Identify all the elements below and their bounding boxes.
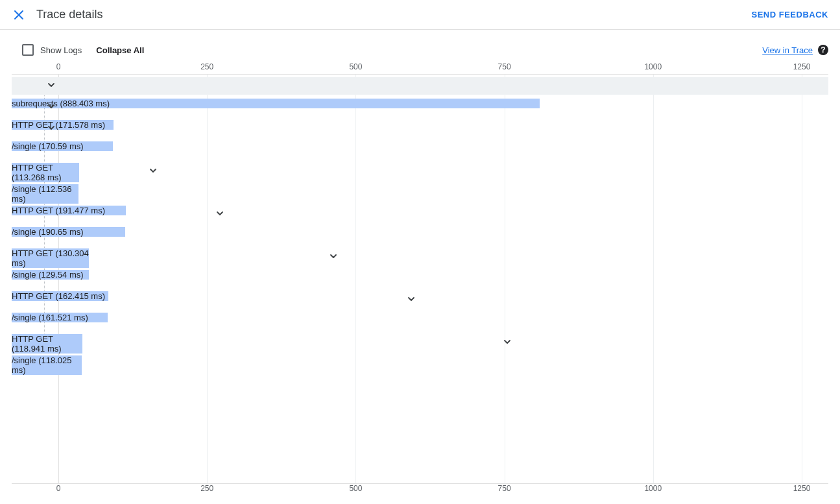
- chevron-down-icon[interactable]: [503, 337, 513, 348]
- span-row: /single (190.65 ms): [12, 227, 828, 245]
- axis-tick: 1000: [644, 62, 662, 71]
- span-bar[interactable]: HTTP GET (162.415 ms): [12, 291, 108, 301]
- span-bar[interactable]: HTTP GET (118.941 ms): [12, 334, 82, 354]
- axis-tick: 750: [498, 484, 511, 493]
- span-row: HTTP GET (162.415 ms): [12, 291, 828, 309]
- span-bar[interactable]: /single (161.521 ms): [12, 313, 108, 322]
- send-feedback-button[interactable]: SEND FEEDBACK: [752, 10, 828, 19]
- span-bar[interactable]: /single (129.54 ms): [12, 270, 89, 280]
- help-icon[interactable]: ?: [818, 45, 828, 55]
- span-bar[interactable]: HTTP GET (130.304 ms): [12, 248, 89, 268]
- span-row: HTTP GET (118.941 ms): [12, 334, 828, 352]
- span-row: /single (161.521 ms): [12, 313, 828, 330]
- span-label: HTTP GET (191.477 ms): [12, 206, 105, 215]
- span-row: subrequests (888.403 ms): [12, 99, 828, 116]
- span-row: /single (118.025 ms): [12, 355, 828, 373]
- axis-tick: 500: [349, 484, 362, 493]
- page-title: Trace details: [36, 8, 102, 21]
- chevron-down-icon[interactable]: [47, 123, 57, 134]
- chevron-down-icon[interactable]: [149, 166, 159, 176]
- span-label: /single (190.65 ms): [12, 227, 84, 237]
- span-bar[interactable]: /single (190.65 ms): [12, 227, 125, 237]
- axis-tick: 1000: [644, 484, 662, 493]
- span-row: /multi (888.519 ms): [12, 77, 828, 95]
- trace-timeline-chart: 025050075010001250 /multi (888.519 ms)su…: [12, 62, 828, 496]
- span-bar[interactable]: subrequests (888.403 ms): [12, 99, 540, 108]
- chevron-down-icon[interactable]: [329, 252, 339, 262]
- span-row: /single (129.54 ms): [12, 270, 828, 287]
- close-icon[interactable]: [12, 8, 26, 22]
- span-label: HTTP GET (171.578 ms): [12, 120, 105, 130]
- span-label: /single (129.54 ms): [12, 270, 84, 280]
- span-label: subrequests (888.403 ms): [12, 99, 110, 108]
- span-row: /single (112.536 ms): [12, 184, 828, 202]
- span-bar[interactable]: HTTP GET (171.578 ms): [12, 120, 114, 130]
- span-label: HTTP GET (118.941 ms): [12, 334, 62, 354]
- axis-tick: 750: [498, 62, 511, 71]
- timeline-plot: /multi (888.519 ms)subrequests (888.403 …: [12, 74, 828, 484]
- span-row: HTTP GET (113.268 ms): [12, 163, 828, 180]
- span-row: /single (170.59 ms): [12, 141, 828, 159]
- view-in-trace-link[interactable]: View in Trace: [762, 45, 813, 55]
- row-highlight: [12, 77, 828, 95]
- axis-tick: 250: [200, 484, 213, 493]
- span-bar[interactable]: /single (118.025 ms): [12, 355, 82, 375]
- chevron-down-icon[interactable]: [215, 209, 226, 219]
- axis-top: 025050075010001250: [12, 62, 828, 74]
- span-label: HTTP GET (162.415 ms): [12, 291, 105, 301]
- axis-tick: 1250: [793, 62, 811, 71]
- axis-bottom: 025050075010001250: [12, 484, 828, 496]
- span-label: /single (112.536 ms): [12, 184, 72, 204]
- chevron-down-icon[interactable]: [407, 294, 417, 305]
- span-row: HTTP GET (130.304 ms): [12, 248, 828, 266]
- span-label: /single (161.521 ms): [12, 313, 88, 322]
- axis-tick: 0: [56, 62, 61, 71]
- show-logs-label: Show Logs: [40, 45, 82, 55]
- span-row: HTTP GET (191.477 ms): [12, 206, 828, 223]
- span-bar[interactable]: HTTP GET (191.477 ms): [12, 206, 126, 215]
- toolbar: Show Logs Collapse All View in Trace ?: [0, 30, 840, 62]
- span-bar[interactable]: /single (170.59 ms): [12, 141, 113, 151]
- span-label: HTTP GET (130.304 ms): [12, 248, 89, 268]
- span-label: /single (118.025 ms): [12, 355, 72, 375]
- span-bar[interactable]: /single (112.536 ms): [12, 184, 78, 204]
- axis-tick: 0: [56, 484, 61, 493]
- chevron-down-icon[interactable]: [47, 102, 57, 112]
- page-header: Trace details SEND FEEDBACK: [0, 0, 840, 30]
- span-label: /single (170.59 ms): [12, 141, 84, 151]
- span-bar[interactable]: HTTP GET (113.268 ms): [12, 163, 79, 182]
- show-logs-checkbox[interactable]: [22, 44, 34, 56]
- span-row: HTTP GET (171.578 ms): [12, 120, 828, 138]
- axis-tick: 500: [349, 62, 362, 71]
- axis-tick: 250: [200, 62, 213, 71]
- span-label: HTTP GET (113.268 ms): [12, 163, 62, 182]
- axis-tick: 1250: [793, 484, 811, 493]
- collapse-all-button[interactable]: Collapse All: [96, 45, 144, 55]
- chevron-down-icon[interactable]: [47, 80, 57, 91]
